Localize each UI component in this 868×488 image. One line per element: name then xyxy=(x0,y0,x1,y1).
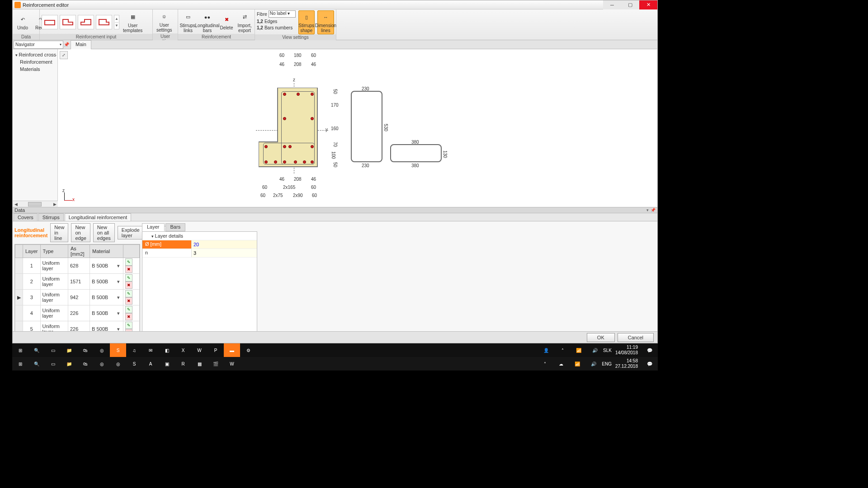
layer-details-header[interactable]: Layer details xyxy=(142,232,257,240)
taskview-icon-bottom[interactable]: ▭ xyxy=(45,357,61,371)
cancel-button[interactable]: Cancel xyxy=(618,333,654,342)
subtab-bars[interactable]: Bars xyxy=(165,223,186,231)
notifications-icon-bottom[interactable]: 💬 xyxy=(642,357,658,371)
navigator-dropdown[interactable]: Navigator▾ xyxy=(14,41,63,49)
data-panel-pin[interactable]: 📌 xyxy=(651,208,656,212)
store-icon[interactable]: 🛍 xyxy=(77,343,94,357)
spotify-icon[interactable]: ♫ xyxy=(126,343,142,357)
new-on-all-edges-button[interactable]: New on all edges xyxy=(93,223,115,242)
ok-button[interactable]: OK xyxy=(587,333,615,342)
subtab-layer[interactable]: Layer xyxy=(142,223,165,231)
start-button-top[interactable]: ⊞ xyxy=(12,343,28,357)
shape-template-2[interactable] xyxy=(60,15,76,29)
tab-longitudinal[interactable]: Longitudinal reinforcement xyxy=(65,213,132,221)
word-icon[interactable]: W xyxy=(191,343,208,357)
table-row[interactable]: ▶3Uniform layer942B 500B▾✎✖ xyxy=(15,290,140,305)
undo-button[interactable]: ↶ Undo xyxy=(14,13,31,31)
longitudinal-bars-button[interactable]: ●●Longitudinal bars xyxy=(198,11,217,34)
import-export-button[interactable]: ⇄Import, export xyxy=(236,11,253,34)
layers-grid[interactable]: Layer Type As [mm2] Material 1Uniform la… xyxy=(14,244,140,338)
table-row[interactable]: 2Uniform layer1571B 500B▾✎✖ xyxy=(15,274,140,290)
taskview-icon[interactable]: ▭ xyxy=(45,343,61,357)
lang-indicator-top[interactable]: SLK xyxy=(603,348,612,353)
tray-up-icon-bottom[interactable]: ˄ xyxy=(537,357,553,371)
new-in-line-button[interactable]: New in line xyxy=(50,223,68,242)
new-on-edge-button[interactable]: New on edge xyxy=(71,223,90,242)
tree-hscroll[interactable]: ◀▶ xyxy=(13,201,58,207)
shape-template-1[interactable] xyxy=(42,15,58,29)
row-edit-button[interactable]: ✎ xyxy=(125,258,132,266)
window-minimize-button[interactable]: ─ xyxy=(603,0,621,9)
volume-icon[interactable]: 🔊 xyxy=(587,343,603,357)
acrobat-icon[interactable]: A xyxy=(142,357,159,371)
powerpoint-icon[interactable]: P xyxy=(208,343,224,357)
current-app-icon[interactable]: ▬ xyxy=(224,343,240,357)
app-grey-icon[interactable]: ▦ xyxy=(191,357,208,371)
explorer-icon[interactable]: 📁 xyxy=(61,343,77,357)
row-edit-button[interactable]: ✎ xyxy=(125,322,132,329)
wifi-icon-bottom[interactable]: 📶 xyxy=(569,357,585,371)
excel-icon[interactable]: X xyxy=(175,343,191,357)
tray-up-icon[interactable]: ˄ xyxy=(554,343,571,357)
chrome-icon[interactable]: ◎ xyxy=(94,343,110,357)
start-button-bottom[interactable]: ⊞ xyxy=(12,357,28,371)
app-orange-icon[interactable]: ▣ xyxy=(159,357,175,371)
lang-indicator-bottom[interactable]: ENG xyxy=(602,361,612,366)
shape-template-4[interactable] xyxy=(96,15,112,29)
diameter-input[interactable] xyxy=(192,240,257,249)
app-icon-1[interactable]: ◧ xyxy=(159,343,175,357)
row-delete-button[interactable]: ✖ xyxy=(125,282,132,289)
shape-template-scroll[interactable]: ▲▼ xyxy=(114,15,119,29)
explorer-icon-bottom[interactable]: 📁 xyxy=(61,357,77,371)
stirrups-shape-toggle[interactable]: ▯Stirrups shape xyxy=(298,10,315,34)
clock-bottom[interactable]: 14:5827.12.2018 xyxy=(612,358,642,369)
skype-icon-bottom[interactable]: S xyxy=(126,357,142,371)
stirrups-links-button[interactable]: ▭Stirrups, links xyxy=(180,11,196,34)
tree-item-materials[interactable]: Materials xyxy=(14,66,57,73)
search-icon[interactable]: 🔍 xyxy=(28,343,45,357)
word-icon-bottom[interactable]: W xyxy=(224,357,240,371)
user-templates-button[interactable]: ▦ User templates xyxy=(121,11,144,34)
window-maximize-button[interactable]: ▢ xyxy=(621,0,639,9)
row-delete-button[interactable]: ✖ xyxy=(125,266,132,273)
tree-root[interactable]: Reinforced cross-se xyxy=(14,51,57,58)
volume-icon-bottom[interactable]: 🔊 xyxy=(585,357,602,371)
gear-icon[interactable]: ⚙ xyxy=(240,343,256,357)
bars-numbers-toggle[interactable]: Bars numbers xyxy=(264,25,292,30)
row-delete-button[interactable]: ✖ xyxy=(125,313,132,320)
store-icon-bottom[interactable]: 🛍 xyxy=(77,357,94,371)
navigator-pin[interactable]: 📌 xyxy=(63,42,70,47)
chrome2-icon[interactable]: ◎ xyxy=(110,357,126,371)
zoom-fit-button[interactable]: ⤢ xyxy=(60,51,68,59)
skype-icon[interactable]: S xyxy=(110,343,126,357)
shape-template-3[interactable] xyxy=(78,15,94,29)
n-input[interactable] xyxy=(192,249,257,257)
search-icon-bottom[interactable]: 🔍 xyxy=(28,357,45,371)
row-edit-button[interactable]: ✎ xyxy=(125,274,132,282)
tab-covers[interactable]: Covers xyxy=(14,213,38,221)
drawing-canvas[interactable]: ⤢ 60 180 60 46 208 46 z y xyxy=(58,49,657,207)
notifications-icon[interactable]: 💬 xyxy=(642,343,658,357)
tab-stirrups[interactable]: Stirrups xyxy=(38,213,64,221)
row-edit-button[interactable]: ✎ xyxy=(125,306,132,313)
table-row[interactable]: 4Uniform layer226B 500B▾✎✖ xyxy=(15,305,140,321)
edges-toggle[interactable]: Edges xyxy=(264,19,277,24)
video-icon[interactable]: 🎬 xyxy=(208,357,224,371)
table-row[interactable]: 1Uniform layer628B 500B▾✎✖ xyxy=(15,258,140,274)
explode-layer-button[interactable]: Explode layer xyxy=(118,226,144,239)
fibre-dropdown[interactable]: No label ▾ xyxy=(269,10,296,18)
wifi-icon[interactable]: 📶 xyxy=(571,343,587,357)
tab-main[interactable]: Main xyxy=(71,40,91,49)
user-settings-button[interactable]: ⛭ User settings xyxy=(155,10,174,33)
clock-top[interactable]: 11:1914/08/2018 xyxy=(612,345,642,356)
tree-item-reinforcement[interactable]: Reinforcement xyxy=(14,58,57,66)
outlook-icon[interactable]: ✉ xyxy=(142,343,159,357)
window-close-button[interactable]: ✕ xyxy=(639,0,657,9)
delete-button[interactable]: ✖Delete xyxy=(218,13,235,31)
people-icon[interactable]: 👤 xyxy=(538,343,554,357)
onedrive-icon[interactable]: ☁ xyxy=(553,357,569,371)
row-edit-button[interactable]: ✎ xyxy=(125,290,132,297)
data-panel-dropdown[interactable]: ▾ xyxy=(646,208,649,212)
chrome-icon-bottom[interactable]: ◎ xyxy=(94,357,110,371)
app-r-icon[interactable]: R xyxy=(175,357,191,371)
